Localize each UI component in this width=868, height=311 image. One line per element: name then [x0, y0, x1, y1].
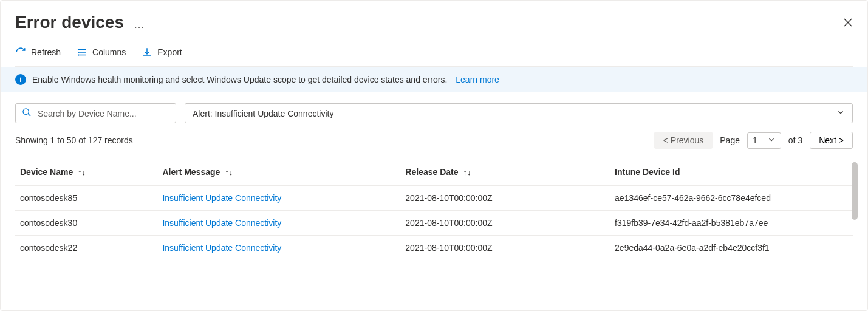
- overflow-menu-icon[interactable]: …: [134, 18, 145, 31]
- table-wrap: Device Name ↑↓ Alert Message ↑↓ Release …: [15, 160, 853, 260]
- page-title: Error devices: [15, 13, 124, 32]
- cell-intune-id: f319fb39-7e34-42fd-aa2f-b5381eb7a7ee: [610, 211, 853, 236]
- cell-release-date: 2021-08-10T00:00:00Z: [400, 236, 610, 261]
- col-device-name[interactable]: Device Name ↑↓: [15, 160, 157, 186]
- search-icon: [22, 108, 32, 119]
- alert-message-link[interactable]: Insufficient Update Connectivity: [162, 193, 281, 203]
- export-button[interactable]: Export: [142, 47, 182, 58]
- table-header-row: Device Name ↑↓ Alert Message ↑↓ Release …: [15, 160, 853, 186]
- chevron-down-icon: [836, 108, 845, 118]
- refresh-icon: [15, 47, 26, 58]
- info-bar: i Enable Windows health monitoring and s…: [1, 67, 867, 92]
- cell-intune-id: 2e9eda44-0a2a-6e0a-a2df-eb4e20ccf3f1: [610, 236, 853, 261]
- cell-alert-message: Insufficient Update Connectivity: [157, 186, 400, 211]
- refresh-label: Refresh: [31, 47, 61, 57]
- col-release-date[interactable]: Release Date ↑↓: [400, 160, 610, 186]
- columns-label: Columns: [92, 47, 126, 57]
- of-label: of 3: [788, 135, 802, 145]
- svg-point-7: [78, 55, 79, 55]
- alert-filter-dropdown[interactable]: Alert: Insufficient Update Connectivity: [185, 103, 853, 123]
- vertical-scrollbar[interactable]: [852, 160, 858, 260]
- cell-release-date: 2021-08-10T00:00:00Z: [400, 186, 610, 211]
- cell-intune-id: ae1346ef-ce57-462a-9662-6cc78e4efced: [610, 186, 853, 211]
- alert-message-link[interactable]: Insufficient Update Connectivity: [162, 243, 281, 253]
- devices-table: Device Name ↑↓ Alert Message ↑↓ Release …: [15, 160, 853, 260]
- records-row: Showing 1 to 50 of 127 records < Previou…: [15, 132, 853, 149]
- page-value: 1: [753, 135, 757, 145]
- col-alert-message[interactable]: Alert Message ↑↓: [157, 160, 400, 186]
- alert-message-link[interactable]: Insufficient Update Connectivity: [162, 218, 281, 228]
- page-label: Page: [720, 135, 740, 145]
- alert-filter-value: Alert: Insufficient Update Connectivity: [193, 109, 333, 118]
- table-row[interactable]: contosodesk22Insufficient Update Connect…: [15, 236, 853, 261]
- svg-line-11: [28, 114, 30, 116]
- cell-alert-message: Insufficient Update Connectivity: [157, 236, 400, 261]
- search-input-wrapper[interactable]: [15, 103, 176, 123]
- cell-device-name: contosodesk85: [15, 186, 157, 211]
- table-row[interactable]: contosodesk30Insufficient Update Connect…: [15, 211, 853, 236]
- pager: < Previous Page 1 of 3 Next >: [654, 132, 853, 149]
- page-header: Error devices …: [15, 13, 853, 32]
- filter-row: Alert: Insufficient Update Connectivity: [15, 103, 853, 123]
- columns-icon: [77, 47, 87, 58]
- cell-alert-message: Insufficient Update Connectivity: [157, 211, 400, 236]
- info-message: Enable Windows health monitoring and sel…: [32, 75, 447, 84]
- next-button[interactable]: Next >: [810, 132, 853, 149]
- learn-more-link[interactable]: Learn more: [456, 75, 499, 84]
- col-intune-id[interactable]: Intune Device Id: [610, 160, 853, 186]
- cell-device-name: contosodesk30: [15, 211, 157, 236]
- svg-point-10: [23, 109, 29, 114]
- records-summary: Showing 1 to 50 of 127 records: [15, 135, 133, 145]
- info-icon: i: [15, 74, 26, 85]
- export-label: Export: [157, 47, 182, 57]
- svg-point-6: [78, 52, 79, 53]
- chevron-down-icon: [767, 135, 776, 146]
- search-input[interactable]: [36, 108, 169, 119]
- columns-button[interactable]: Columns: [77, 47, 126, 58]
- refresh-button[interactable]: Refresh: [15, 47, 61, 58]
- svg-point-5: [78, 49, 79, 50]
- close-button[interactable]: [843, 18, 853, 27]
- command-bar: Refresh Columns Export: [15, 47, 853, 67]
- table-row[interactable]: contosodesk85Insufficient Update Connect…: [15, 186, 853, 211]
- download-icon: [142, 47, 152, 58]
- scrollbar-thumb[interactable]: [852, 162, 858, 220]
- sort-icon: ↑↓: [225, 168, 233, 177]
- cell-release-date: 2021-08-10T00:00:00Z: [400, 211, 610, 236]
- sort-icon: ↑↓: [78, 168, 86, 177]
- sort-icon: ↑↓: [463, 168, 471, 177]
- page-select[interactable]: 1: [747, 132, 781, 149]
- prev-button[interactable]: < Previous: [654, 132, 713, 149]
- cell-device-name: contosodesk22: [15, 236, 157, 261]
